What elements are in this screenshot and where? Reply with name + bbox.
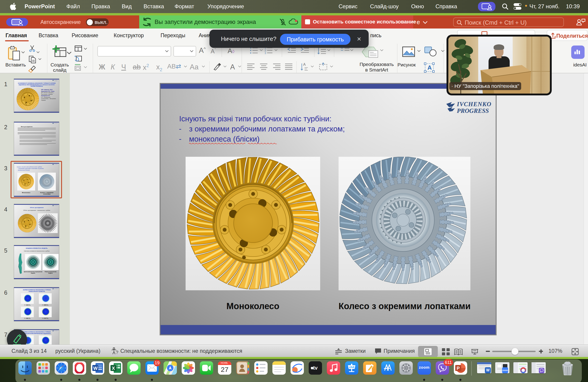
svg-text:A: A xyxy=(427,64,432,71)
svg-text:W: W xyxy=(93,366,98,371)
svg-text:P: P xyxy=(457,366,460,371)
svg-text:?: ? xyxy=(116,350,118,355)
svg-text:X: X xyxy=(112,366,115,371)
svg-text:IVCHENKO: IVCHENKO xyxy=(54,123,58,124)
svg-text:IVCHENKO: IVCHENKO xyxy=(54,205,58,206)
svg-text:IVCHENKO: IVCHENKO xyxy=(54,164,58,165)
svg-text:А: А xyxy=(303,63,306,67)
svg-text:IVCHENKO: IVCHENKO xyxy=(54,80,58,81)
svg-text:3: 3 xyxy=(265,52,266,54)
svg-text:PROGRESS: PROGRESS xyxy=(54,81,58,81)
